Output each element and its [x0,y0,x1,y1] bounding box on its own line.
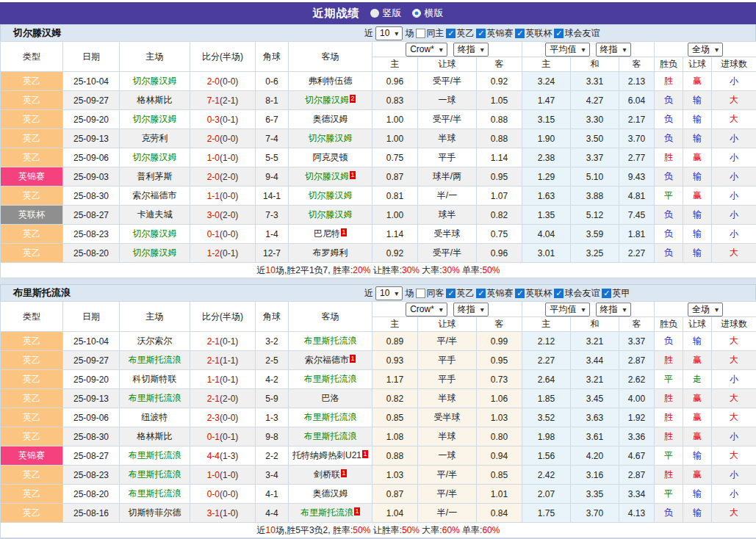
team-label: 阿克灵顿 [313,152,348,162]
league-filter-checkbox[interactable]: ✓英联杯 [515,287,552,300]
same-venue-checkbox[interactable]: 同客 [416,287,444,300]
halftime-score: (0-0) [220,229,238,239]
result-goals: 小 [712,206,756,225]
team-label: 科切斯特联 [133,374,177,384]
score-cell: 7-1(2-1) [190,91,256,110]
league-filter-checkbox[interactable]: ✓球会友谊 [554,287,600,300]
league-type-cell: 英乙 [1,389,63,408]
league-filter-checkbox[interactable]: ✓英锦赛 [476,27,513,40]
corners-cell: 9-4 [256,167,289,187]
crow-away-odds: 0.75 [477,225,522,244]
fulltime-score: 2-0 [207,134,220,144]
result-goals: 大 [712,351,756,370]
league-filter-checkbox[interactable]: ✓英锦赛 [476,287,513,300]
result-goals: 小 [712,370,756,389]
team-label: 奥德汉姆 [313,114,348,124]
avg-draw-odds: 3.61 [571,427,619,446]
league-filter-checkbox[interactable]: ✓英联杯 [515,27,552,40]
league-filter-checkbox[interactable]: ✓球会友谊 [554,27,600,40]
corners-cell: 12-7 [256,244,289,263]
summary-segment: 60% [482,525,500,535]
league-filter-checkbox[interactable]: ✓英甲 [602,287,630,300]
league-type-cell: 英乙 [1,72,63,91]
league-type-cell: 英乙 [1,466,63,485]
result-handicap: 输 [683,206,712,225]
result-goals: 大 [712,446,756,466]
chevron-down-icon: ▾ [480,304,484,315]
league-filter-checkbox[interactable]: ✓英乙 [446,287,474,300]
date-cell: 25-10-04 [63,72,120,91]
crow-home-odds: 1.03 [372,466,418,485]
avg-home-odds: 2.07 [522,485,571,504]
halftime-score: (0-0) [220,134,238,144]
crow-home-odds: 0.83 [372,91,418,110]
match-count-select[interactable]: 10▾ [375,286,403,300]
average-select[interactable]: 平均值▾ [545,303,589,316]
subcol-crow-away: 客 [477,57,522,72]
bookmaker-select[interactable]: Crow*▾ [406,303,447,316]
bookmaker-select[interactable]: Crow*▾ [406,43,447,57]
average-select[interactable]: 平均值▾ [545,43,589,57]
same-venue-checkbox[interactable]: 同主 [416,27,444,40]
radio-unselected-icon [370,9,379,18]
fulltime-score: 1-0 [207,153,220,163]
crow-away-odds: 0.99 [477,332,522,351]
result-outcome: 平 [655,485,683,504]
summary-row: 近10场,胜5平3负2, 胜率:50% 让胜率:50% 大率:60% 单率:60… [1,523,756,538]
radio-vertical-layout[interactable]: 竖版 [370,7,402,20]
checkbox-checked-icon: ✓ [515,289,525,298]
radio-vertical-label: 竖版 [383,7,402,20]
avg-draw-odds: 3.31 [571,72,619,91]
team-header-row: 布里斯托流浪 近10▾场同客✓英乙✓英锦赛✓英联杯✓球会友谊✓英甲 [0,284,756,301]
halftime-score: (2-1) [220,95,238,106]
subcol-crow-handicap: 让球 [418,57,477,72]
team-label: 切尔滕汉姆 [133,247,177,258]
radio-horizontal-layout[interactable]: 横版 [412,7,444,20]
checkbox-checked-icon: ✓ [554,29,564,38]
subcol-handicap-result: 让球 [683,317,712,332]
average-stage-select[interactable]: 终指▾ [596,43,631,57]
bookmaker-stage-select[interactable]: 终指▾ [453,303,489,316]
corners-cell: 7-4 [256,129,289,148]
subcol-goals-result: 进球数 [712,57,756,72]
result-handicap: 赢 [683,389,712,408]
subcol-crow-home: 主 [372,317,418,332]
handicap-line: 受平/半 [418,110,477,129]
crow-away-odds: 0.92 [477,72,522,91]
corners-cell: 2-5 [256,351,289,370]
checkbox-label: 同客 [426,287,444,300]
checkbox-label: 球会友谊 [564,287,600,300]
match-count-select[interactable]: 10▾ [375,26,403,40]
fulltime-score: 3-1 [207,508,220,518]
fulltime-score: 1-1 [207,191,220,201]
avg-away-odds: 4.67 [619,446,655,466]
match-row: 英锦赛25-09-03普利茅斯2-0(2-0)9-4切尔滕汉姆10.87球半/两… [1,167,756,187]
bookmaker-group-header: Crow*▾ 终指▾ [372,42,522,57]
league-filter-checkbox[interactable]: ✓英乙 [446,27,474,40]
average-stage-select[interactable]: 终指▾ [596,303,631,316]
team-panel-bristol-rovers: 布里斯托流浪 近10▾场同客✓英乙✓英锦赛✓英联杯✓球会友谊✓英甲 类型 日期 … [0,284,756,538]
scope-select[interactable]: 全场▾ [688,43,723,57]
league-type-cell: 英乙 [1,485,63,504]
col-header-score: 比分(半场) [190,302,256,332]
avg-home-odds: 3.52 [522,408,571,427]
home-team-cell: 沃尔索尔 [120,332,190,351]
scope-select[interactable]: 全场▾ [688,303,723,316]
date-cell: 25-08-23 [63,225,120,244]
crow-home-odds: 0.88 [372,446,418,466]
match-row: 英乙25-09-13布里斯托流浪2-1(2-0)5-9巴洛0.82半球1.061… [1,389,756,408]
match-row: 英乙25-08-30格林斯比0-1(0-1)9-8布里斯托流浪1.08半球0.8… [1,427,756,446]
avg-home-odds: 3.01 [522,244,571,263]
handicap-line: 受半球 [418,408,477,427]
fulltime-score: 2-1 [207,355,220,366]
red-card-badge: 1 [362,450,368,458]
fulltime-score: 7-1 [207,95,220,106]
score-cell: 0-1(0-0) [190,225,256,244]
team-label: 布罗姆利 [313,247,348,258]
team-label: 克劳利 [142,133,168,143]
near-label: 近 [364,287,373,300]
home-team-cell: 布里斯托流浪 [120,446,190,466]
avg-away-odds: 2.87 [619,466,655,485]
bookmaker-stage-select[interactable]: 终指▾ [453,43,489,57]
crow-away-odds: 1.07 [477,187,522,206]
